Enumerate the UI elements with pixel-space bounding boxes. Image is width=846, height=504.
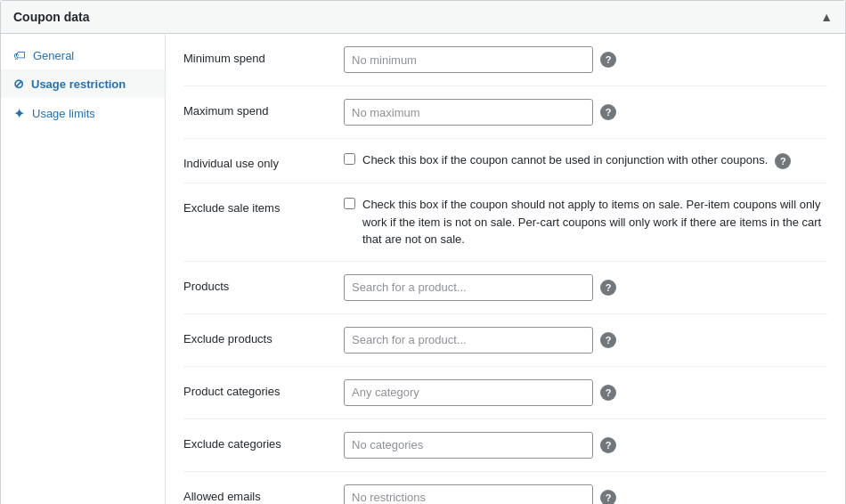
exclude-products-field: ? [344,327,827,354]
allowed-emails-label: Allowed emails [183,484,344,503]
minimum-spend-row: Minimum spend ? [183,34,827,86]
sidebar-item-general[interactable]: 🏷 General [1,41,165,69]
exclude-sale-items-description: Check this box if the coupon should not … [362,196,827,248]
allowed-emails-field: ? [344,484,827,505]
minimum-spend-help[interactable]: ? [600,52,616,68]
sidebar-item-label: General [33,49,74,62]
maximum-spend-label: Maximum spend [183,99,344,118]
panel-body: 🏷 General ⊘ Usage restriction ✦ Usage li… [1,34,845,504]
exclude-products-row: Exclude products ? [183,314,827,367]
maximum-spend-field: ? [344,99,827,126]
sidebar-item-usage-restriction[interactable]: ⊘ Usage restriction [1,69,165,98]
maximum-spend-input[interactable] [344,99,593,126]
panel-toggle[interactable]: ▲ [820,10,833,24]
minimum-spend-field: ? [344,46,827,73]
individual-use-row: Individual use only Check this box if th… [183,139,827,183]
form-content: Minimum spend ? Maximum spend ? Individu… [166,34,845,504]
panel-header: Coupon data ▲ [1,1,845,34]
product-categories-help[interactable]: ? [600,385,616,401]
exclude-sale-items-checkbox[interactable] [344,198,355,209]
plus-icon: ✦ [13,105,25,122]
exclude-categories-label: Exclude categories [183,432,344,451]
individual-use-label: Individual use only [183,151,344,170]
product-categories-input[interactable] [344,379,593,406]
minimum-spend-input[interactable] [344,46,593,73]
coupon-data-panel: Coupon data ▲ 🏷 General ⊘ Usage restrict… [0,0,846,504]
products-field: ? [344,274,827,301]
individual-use-help[interactable]: ? [775,153,791,169]
product-categories-field: ? [344,379,827,406]
maximum-spend-help[interactable]: ? [600,104,616,120]
panel-title: Coupon data [13,10,90,24]
individual-use-checkbox[interactable] [344,153,355,165]
exclude-sale-items-field: Check this box if the coupon should not … [344,196,827,248]
exclude-products-label: Exclude products [183,327,344,345]
exclude-sale-items-label: Exclude sale items [183,196,344,215]
tag-icon: 🏷 [13,48,26,62]
exclude-categories-help[interactable]: ? [600,437,616,453]
exclude-products-input[interactable] [344,327,593,354]
allowed-emails-input[interactable] [344,484,593,505]
products-row: Products ? [183,262,827,314]
exclude-categories-row: Exclude categories ? [183,419,827,472]
restriction-icon: ⊘ [13,77,24,91]
sidebar: 🏷 General ⊘ Usage restriction ✦ Usage li… [1,34,166,504]
product-categories-row: Product categories ? [183,367,827,419]
products-help[interactable]: ? [600,280,616,296]
minimum-spend-label: Minimum spend [183,46,344,65]
sidebar-item-label: Usage restriction [31,77,126,91]
products-label: Products [183,274,344,293]
maximum-spend-row: Maximum spend ? [183,86,827,139]
allowed-emails-row: Allowed emails ? [183,472,827,505]
exclude-products-help[interactable]: ? [600,332,616,348]
exclude-sale-items-row: Exclude sale items Check this box if the… [183,183,827,262]
exclude-categories-input[interactable] [344,432,593,459]
sidebar-item-label: Usage limits [32,107,95,120]
exclude-categories-field: ? [344,432,827,459]
exclude-sale-items-checkbox-row: Check this box if the coupon should not … [344,196,827,248]
individual-use-field: Check this box if the coupon cannot be u… [344,151,827,169]
individual-use-description: Check this box if the coupon cannot be u… [362,151,768,169]
products-input[interactable] [344,274,593,301]
individual-use-checkbox-row: Check this box if the coupon cannot be u… [344,151,768,169]
allowed-emails-help[interactable]: ? [600,490,616,505]
sidebar-item-usage-limits[interactable]: ✦ Usage limits [1,98,165,129]
product-categories-label: Product categories [183,379,344,398]
